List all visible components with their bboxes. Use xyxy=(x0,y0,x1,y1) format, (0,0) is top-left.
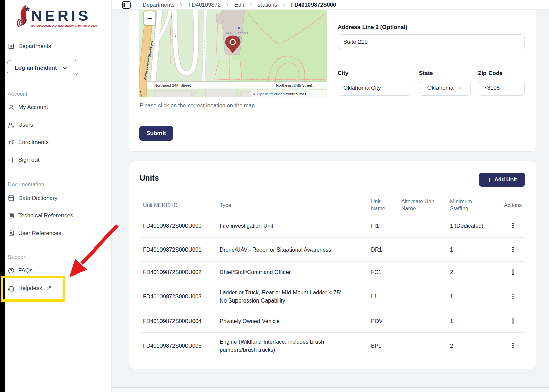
cell-type: Ladder or Truck, Rear or Mid-Mount Ladde… xyxy=(220,288,345,305)
row-actions-kebab[interactable] xyxy=(501,341,525,351)
breadcrumb-separator-icon xyxy=(249,3,252,7)
sign-out-icon xyxy=(8,157,15,163)
screen-edge-strip xyxy=(0,0,5,392)
cell-unit-name: DR1 xyxy=(371,245,401,254)
openstreetmap-link[interactable]: OpenStreetMap xyxy=(257,92,285,96)
kebab-icon xyxy=(512,343,514,344)
sidebar-item-users[interactable]: Users xyxy=(8,121,33,129)
building-label: M.C. Connors xyxy=(226,31,248,35)
table-row: FD40109872S000U003Ladder or Truck, Rear … xyxy=(140,283,525,310)
user-plus-icon xyxy=(8,122,15,128)
table-row: FD40109872S000U000Fire investigation Uni… xyxy=(140,213,525,238)
cell-unit-neris-id: FD40109872S000U000 xyxy=(143,221,220,230)
kebab-icon xyxy=(512,318,514,320)
breadcrumb-separator-icon xyxy=(226,3,229,7)
chevron-down-icon xyxy=(457,86,462,91)
building-icon xyxy=(8,43,15,50)
breadcrumb-item[interactable]: FD40109872 xyxy=(188,2,220,8)
breadcrumb-bar: DepartmentsFD40109872EditstationsFD40109… xyxy=(112,0,549,10)
sidebar-item-faqs[interactable]: FAQs xyxy=(8,266,33,275)
table-header-row: Unit NERIS IDTypeUnit NameAlternate Unit… xyxy=(140,197,525,213)
cell-type: Privately Owned Vehicle xyxy=(220,317,345,325)
cell-minimum-staffing: 1 (Dedicated) xyxy=(450,221,501,230)
topbar-divider xyxy=(136,2,136,7)
add-unit-button[interactable]: + Add Unit xyxy=(479,173,525,187)
address2-input[interactable]: Suite 219 xyxy=(338,34,525,49)
row-actions-kebab[interactable] xyxy=(501,291,525,302)
map-attribution: © OpenStreetMap contributors xyxy=(253,92,306,96)
sidebar-item-user-references[interactable]: User References xyxy=(8,229,61,238)
breadcrumb-item: FD40109872S000 xyxy=(291,2,336,8)
swap-icon xyxy=(8,139,15,146)
state-select[interactable]: Oklahoma xyxy=(419,81,471,96)
breadcrumb-item[interactable]: stations xyxy=(258,2,277,8)
map-hint-text: Please click on the correct location on … xyxy=(140,102,255,109)
log-an-incident-button[interactable]: Log an Incident xyxy=(7,60,78,75)
row-actions-kebab[interactable] xyxy=(501,316,525,326)
cell-type: Chief/Staff/Command Officer xyxy=(220,268,345,276)
table-row: FD40109872S000U004Privately Owned Vehicl… xyxy=(140,310,525,333)
city-input[interactable]: Oklahoma City xyxy=(338,81,411,96)
column-header: Actions xyxy=(501,202,525,209)
table-row: FD40109872S000U005Engine (Wildland Inter… xyxy=(140,333,525,359)
location-map[interactable]: M.C. Connors Building North Lincoln Boul… xyxy=(139,10,327,97)
sidebar-item-enrollments[interactable]: Enrollments xyxy=(8,138,49,147)
sidebar-toggle-icon[interactable] xyxy=(122,1,131,9)
cell-minimum-staffing: 2 xyxy=(450,268,501,276)
sidebar-item-my-account[interactable]: My Account xyxy=(8,103,48,112)
cell-unit-neris-id: FD40109872S000U003 xyxy=(143,292,220,300)
map-zoom-out-button[interactable]: − xyxy=(144,11,155,25)
column-header: Unit NERIS ID xyxy=(143,202,220,209)
chevron-down-icon xyxy=(62,65,68,71)
svg-text:↓: ↓ xyxy=(141,85,143,89)
submit-button[interactable]: Submit xyxy=(139,126,173,141)
row-actions-kebab[interactable] xyxy=(501,220,525,231)
cell-minimum-staffing: 1 xyxy=(450,292,501,300)
column-header: Type xyxy=(220,202,345,209)
road-label-fragment: ard xyxy=(139,90,143,97)
cell-unit-name: L1 xyxy=(371,292,401,300)
user-icon xyxy=(8,104,15,111)
zip-input[interactable]: 73105 xyxy=(478,81,525,96)
cell-unit-name: POV xyxy=(371,317,401,325)
svg-text:↓: ↓ xyxy=(143,58,145,62)
breadcrumb-separator-icon xyxy=(180,3,183,7)
sidebar-item-technical-references[interactable]: Technical References xyxy=(8,211,73,220)
kebab-icon xyxy=(512,294,514,295)
sidebar-section-title: Support xyxy=(8,253,27,261)
kebab-icon xyxy=(512,269,514,271)
kebab-icon xyxy=(512,223,514,224)
breadcrumb-separator-icon xyxy=(282,3,285,7)
book-icon xyxy=(8,195,15,202)
cell-unit-name: FC1 xyxy=(371,268,401,276)
row-actions-kebab[interactable] xyxy=(501,244,525,255)
map-poi-dot xyxy=(238,27,240,29)
column-header: Minimum Staffing xyxy=(450,198,479,212)
zip-label: Zip Code xyxy=(478,70,503,77)
sidebar-item-departments[interactable]: Departments xyxy=(8,42,51,51)
column-header: Alternate Unit Name xyxy=(401,198,443,212)
breadcrumb-item[interactable]: Edit xyxy=(234,2,244,8)
highlight-box-annotation xyxy=(1,276,65,302)
sidebar-item-data-dictionary[interactable]: Data Dictionary xyxy=(8,194,57,203)
neris-flame-icon xyxy=(15,4,33,28)
breadcrumb-item[interactable]: Departments xyxy=(143,2,174,8)
cell-type: Drone/UAV - Recon or Situational Awarene… xyxy=(220,245,345,254)
cell-unit-name: FI1 xyxy=(371,221,401,230)
table-row: FD40109872S000U001Drone/UAV - Recon or S… xyxy=(140,238,525,262)
row-actions-kebab[interactable] xyxy=(501,267,525,277)
neris-logo: NERIS NATIONAL EMERGENCY RESPONSE INFORM… xyxy=(15,3,96,29)
help-circle-icon xyxy=(8,267,15,274)
cell-minimum-staffing: 2 xyxy=(450,342,501,350)
breadcrumb: DepartmentsFD40109872EditstationsFD40109… xyxy=(143,0,336,10)
kebab-icon xyxy=(512,247,514,248)
state-label: State xyxy=(419,70,433,77)
cell-minimum-staffing: 1 xyxy=(450,317,501,325)
cell-unit-neris-id: FD40109872S000U004 xyxy=(143,317,220,325)
cell-unit-neris-id: FD40109872S000U001 xyxy=(143,245,220,254)
sidebar-section-title: Account xyxy=(8,90,27,98)
sidebar-item-sign-out[interactable]: Sign out xyxy=(8,156,39,164)
cell-type: Fire investigation Unit xyxy=(220,221,345,230)
cell-type: Engine (Wildland Interface, includes bru… xyxy=(220,338,345,354)
street-label-right: Northeast 24th Street xyxy=(276,83,313,87)
